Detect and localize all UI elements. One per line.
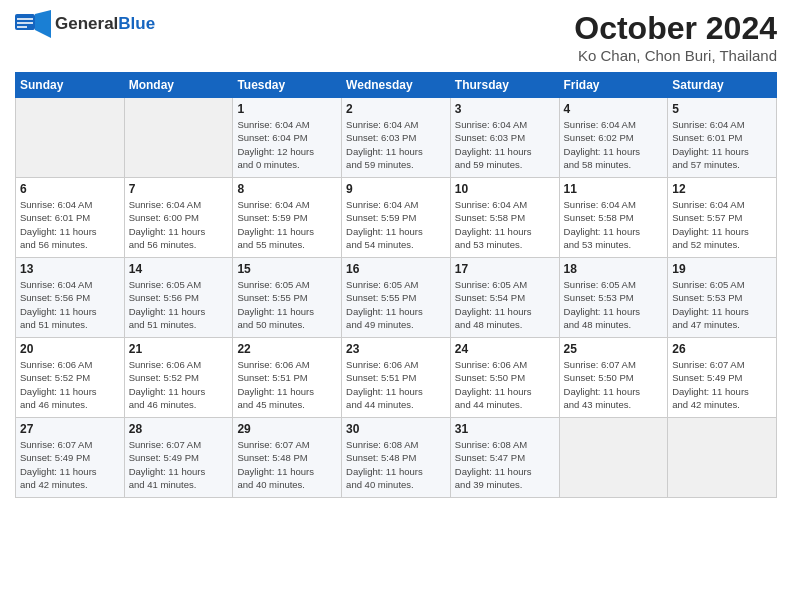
day-info: Sunrise: 6:05 AM Sunset: 5:53 PM Dayligh… — [672, 278, 772, 331]
day-info: Sunrise: 6:08 AM Sunset: 5:48 PM Dayligh… — [346, 438, 446, 491]
day-number: 19 — [672, 262, 772, 276]
day-number: 15 — [237, 262, 337, 276]
calendar-subtitle: Ko Chan, Chon Buri, Thailand — [574, 47, 777, 64]
logo: General Blue — [15, 10, 155, 38]
day-number: 4 — [564, 102, 664, 116]
title-block: October 2024 Ko Chan, Chon Buri, Thailan… — [574, 10, 777, 64]
calendar-cell: 31Sunrise: 6:08 AM Sunset: 5:47 PM Dayli… — [450, 418, 559, 498]
day-info: Sunrise: 6:06 AM Sunset: 5:51 PM Dayligh… — [237, 358, 337, 411]
day-number: 7 — [129, 182, 229, 196]
svg-rect-2 — [17, 18, 33, 20]
weekday-header: Saturday — [668, 73, 777, 98]
day-info: Sunrise: 6:05 AM Sunset: 5:55 PM Dayligh… — [237, 278, 337, 331]
day-info: Sunrise: 6:05 AM Sunset: 5:55 PM Dayligh… — [346, 278, 446, 331]
calendar-table: SundayMondayTuesdayWednesdayThursdayFrid… — [15, 72, 777, 498]
day-number: 13 — [20, 262, 120, 276]
calendar-week-row: 13Sunrise: 6:04 AM Sunset: 5:56 PM Dayli… — [16, 258, 777, 338]
logo-general: General — [55, 14, 118, 34]
calendar-week-row: 20Sunrise: 6:06 AM Sunset: 5:52 PM Dayli… — [16, 338, 777, 418]
day-number: 28 — [129, 422, 229, 436]
calendar-cell — [16, 98, 125, 178]
calendar-cell: 18Sunrise: 6:05 AM Sunset: 5:53 PM Dayli… — [559, 258, 668, 338]
calendar-cell: 27Sunrise: 6:07 AM Sunset: 5:49 PM Dayli… — [16, 418, 125, 498]
weekday-header: Tuesday — [233, 73, 342, 98]
calendar-header: SundayMondayTuesdayWednesdayThursdayFrid… — [16, 73, 777, 98]
day-info: Sunrise: 6:04 AM Sunset: 6:01 PM Dayligh… — [672, 118, 772, 171]
svg-rect-3 — [17, 22, 33, 24]
calendar-cell: 12Sunrise: 6:04 AM Sunset: 5:57 PM Dayli… — [668, 178, 777, 258]
day-info: Sunrise: 6:05 AM Sunset: 5:53 PM Dayligh… — [564, 278, 664, 331]
calendar-cell: 19Sunrise: 6:05 AM Sunset: 5:53 PM Dayli… — [668, 258, 777, 338]
day-info: Sunrise: 6:07 AM Sunset: 5:49 PM Dayligh… — [129, 438, 229, 491]
day-info: Sunrise: 6:04 AM Sunset: 5:59 PM Dayligh… — [237, 198, 337, 251]
weekday-header: Thursday — [450, 73, 559, 98]
calendar-body: 1Sunrise: 6:04 AM Sunset: 6:04 PM Daylig… — [16, 98, 777, 498]
day-info: Sunrise: 6:04 AM Sunset: 6:02 PM Dayligh… — [564, 118, 664, 171]
day-info: Sunrise: 6:04 AM Sunset: 5:56 PM Dayligh… — [20, 278, 120, 331]
day-number: 29 — [237, 422, 337, 436]
calendar-cell: 25Sunrise: 6:07 AM Sunset: 5:50 PM Dayli… — [559, 338, 668, 418]
day-info: Sunrise: 6:07 AM Sunset: 5:49 PM Dayligh… — [672, 358, 772, 411]
calendar-cell: 24Sunrise: 6:06 AM Sunset: 5:50 PM Dayli… — [450, 338, 559, 418]
calendar-cell — [124, 98, 233, 178]
logo-icon — [15, 10, 51, 38]
calendar-cell: 13Sunrise: 6:04 AM Sunset: 5:56 PM Dayli… — [16, 258, 125, 338]
calendar-cell: 2Sunrise: 6:04 AM Sunset: 6:03 PM Daylig… — [342, 98, 451, 178]
calendar-cell: 10Sunrise: 6:04 AM Sunset: 5:58 PM Dayli… — [450, 178, 559, 258]
day-info: Sunrise: 6:06 AM Sunset: 5:52 PM Dayligh… — [20, 358, 120, 411]
calendar-cell: 1Sunrise: 6:04 AM Sunset: 6:04 PM Daylig… — [233, 98, 342, 178]
day-info: Sunrise: 6:08 AM Sunset: 5:47 PM Dayligh… — [455, 438, 555, 491]
day-number: 27 — [20, 422, 120, 436]
day-number: 16 — [346, 262, 446, 276]
calendar-cell: 28Sunrise: 6:07 AM Sunset: 5:49 PM Dayli… — [124, 418, 233, 498]
day-info: Sunrise: 6:07 AM Sunset: 5:49 PM Dayligh… — [20, 438, 120, 491]
calendar-cell: 17Sunrise: 6:05 AM Sunset: 5:54 PM Dayli… — [450, 258, 559, 338]
day-number: 18 — [564, 262, 664, 276]
calendar-cell: 29Sunrise: 6:07 AM Sunset: 5:48 PM Dayli… — [233, 418, 342, 498]
calendar-week-row: 27Sunrise: 6:07 AM Sunset: 5:49 PM Dayli… — [16, 418, 777, 498]
calendar-cell: 5Sunrise: 6:04 AM Sunset: 6:01 PM Daylig… — [668, 98, 777, 178]
day-number: 9 — [346, 182, 446, 196]
day-number: 8 — [237, 182, 337, 196]
weekday-header-row: SundayMondayTuesdayWednesdayThursdayFrid… — [16, 73, 777, 98]
day-info: Sunrise: 6:05 AM Sunset: 5:54 PM Dayligh… — [455, 278, 555, 331]
calendar-cell: 20Sunrise: 6:06 AM Sunset: 5:52 PM Dayli… — [16, 338, 125, 418]
day-info: Sunrise: 6:05 AM Sunset: 5:56 PM Dayligh… — [129, 278, 229, 331]
day-number: 12 — [672, 182, 772, 196]
day-number: 20 — [20, 342, 120, 356]
weekday-header: Monday — [124, 73, 233, 98]
day-number: 3 — [455, 102, 555, 116]
calendar-cell: 6Sunrise: 6:04 AM Sunset: 6:01 PM Daylig… — [16, 178, 125, 258]
day-info: Sunrise: 6:06 AM Sunset: 5:52 PM Dayligh… — [129, 358, 229, 411]
calendar-cell: 9Sunrise: 6:04 AM Sunset: 5:59 PM Daylig… — [342, 178, 451, 258]
day-number: 10 — [455, 182, 555, 196]
calendar-cell: 15Sunrise: 6:05 AM Sunset: 5:55 PM Dayli… — [233, 258, 342, 338]
day-number: 23 — [346, 342, 446, 356]
day-number: 11 — [564, 182, 664, 196]
calendar-cell: 23Sunrise: 6:06 AM Sunset: 5:51 PM Dayli… — [342, 338, 451, 418]
logo-blue: Blue — [118, 14, 155, 34]
calendar-cell: 21Sunrise: 6:06 AM Sunset: 5:52 PM Dayli… — [124, 338, 233, 418]
day-number: 22 — [237, 342, 337, 356]
calendar-week-row: 1Sunrise: 6:04 AM Sunset: 6:04 PM Daylig… — [16, 98, 777, 178]
day-info: Sunrise: 6:06 AM Sunset: 5:50 PM Dayligh… — [455, 358, 555, 411]
svg-marker-1 — [35, 10, 51, 38]
day-number: 2 — [346, 102, 446, 116]
day-number: 6 — [20, 182, 120, 196]
day-number: 31 — [455, 422, 555, 436]
day-number: 26 — [672, 342, 772, 356]
day-number: 1 — [237, 102, 337, 116]
calendar-cell: 16Sunrise: 6:05 AM Sunset: 5:55 PM Dayli… — [342, 258, 451, 338]
day-number: 30 — [346, 422, 446, 436]
day-info: Sunrise: 6:04 AM Sunset: 6:01 PM Dayligh… — [20, 198, 120, 251]
day-info: Sunrise: 6:04 AM Sunset: 6:04 PM Dayligh… — [237, 118, 337, 171]
calendar-cell: 11Sunrise: 6:04 AM Sunset: 5:58 PM Dayli… — [559, 178, 668, 258]
calendar-cell: 4Sunrise: 6:04 AM Sunset: 6:02 PM Daylig… — [559, 98, 668, 178]
calendar-cell — [559, 418, 668, 498]
day-number: 14 — [129, 262, 229, 276]
calendar-cell — [668, 418, 777, 498]
day-number: 17 — [455, 262, 555, 276]
weekday-header: Sunday — [16, 73, 125, 98]
day-info: Sunrise: 6:04 AM Sunset: 5:57 PM Dayligh… — [672, 198, 772, 251]
weekday-header: Wednesday — [342, 73, 451, 98]
